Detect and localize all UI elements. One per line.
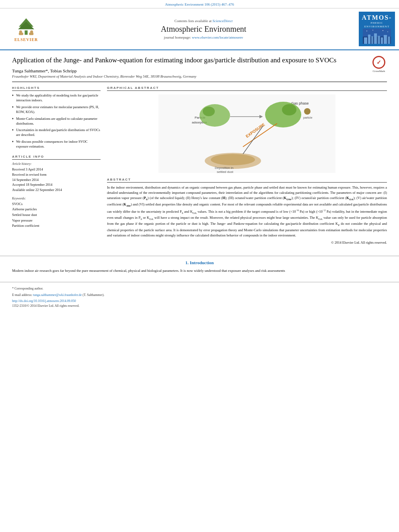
- abstract-label: ABSTRACT: [107, 178, 387, 183]
- footer: * Corresponding author. E-mail address: …: [0, 282, 399, 312]
- graphical-abstract: GRAPHICAL ABSTRACT Gas phase particle: [107, 86, 387, 174]
- svg-rect-13: [378, 36, 380, 44]
- svg-rect-10: [368, 35, 370, 44]
- crossmark-label: CrossMark: [372, 70, 385, 73]
- elsevier-logo: ELSEVIER: [4, 16, 48, 42]
- keywords-label: Keywords:: [12, 197, 101, 200]
- svg-point-19: [383, 30, 383, 31]
- keyword-3: Settled house dust: [12, 212, 101, 218]
- logo-title: ATMOS-: [362, 14, 392, 21]
- city-skyline-icon: [363, 29, 391, 44]
- article-history-label: Article history:: [12, 162, 101, 166]
- svg-point-17: [366, 31, 367, 31]
- keywords-section: Keywords: SVOCs Airborne particles Settl…: [12, 197, 101, 229]
- highlights-list: We study the applicability of modeling t…: [12, 93, 101, 149]
- email-note: E-mail address: tunga.salthammer@wki.fra…: [12, 293, 387, 298]
- svg-point-20: [387, 31, 388, 32]
- article-title: Application of the Junge- and Pankow-equ…: [12, 56, 367, 65]
- svg-text:Deposition in: Deposition in: [215, 166, 233, 170]
- highlight-item-3: Monte-Carlo simulations are applied to c…: [12, 117, 101, 126]
- keyword-4: Vapor pressure: [12, 218, 101, 224]
- revised-date: Received in revised form14 September 201…: [12, 172, 101, 183]
- article-history: Received 3 April 2014 Received in revise…: [12, 167, 101, 193]
- crossmark: ✓ CrossMark: [371, 56, 387, 73]
- article-title-section: Application of the Junge- and Pankow-equ…: [12, 56, 387, 82]
- homepage-line: journal homepage: www.elsevier.com/locat…: [52, 35, 355, 39]
- available-date: Available online 22 September 2014: [12, 187, 101, 193]
- abstract-section: ABSTRACT In the indoor environment, dist…: [107, 178, 387, 244]
- section-divider: [0, 256, 399, 256]
- introduction-section: 1. Introduction Modern indoor air resear…: [0, 260, 399, 274]
- sciencedirect-line: Contents lists available at ScienceDirec…: [52, 19, 355, 23]
- svg-rect-0: [25, 30, 27, 35]
- affiliation: Fraunhofer WKI, Department of Material A…: [12, 74, 367, 78]
- highlight-item-2: We provide error estimates for molecular…: [12, 105, 101, 115]
- right-column: GRAPHICAL ABSTRACT Gas phase particle: [107, 86, 387, 244]
- article-title-container: Application of the Junge- and Pankow-equ…: [12, 56, 367, 78]
- keyword-5: Partition coefficient: [12, 223, 101, 229]
- graphical-abstract-label: GRAPHICAL ABSTRACT: [107, 86, 387, 91]
- homepage-link[interactable]: www.elsevier.com/locate/atmosenv: [192, 35, 243, 39]
- svg-point-23: [265, 102, 301, 127]
- svg-rect-6: [29, 33, 33, 35]
- svg-point-31: [200, 104, 230, 127]
- svg-point-18: [372, 30, 373, 31]
- svg-text:particle: particle: [303, 116, 313, 119]
- svg-point-32: [203, 107, 215, 116]
- svg-point-36: [211, 154, 255, 165]
- sciencedirect-link[interactable]: ScienceDirect: [212, 19, 232, 23]
- svg-rect-12: [374, 33, 377, 44]
- email-link[interactable]: tunga.salthammer@wki.fraunhofer.de: [33, 293, 82, 297]
- journal-header: ELSEVIER Contents lists available at Sci…: [0, 8, 399, 50]
- svg-rect-11: [371, 36, 373, 44]
- main-content: Application of the Junge- and Pankow-equ…: [0, 50, 399, 250]
- copyright: © 2014 Elsevier Ltd. All rights reserved…: [107, 240, 387, 244]
- abstract-text: In the indoor environment, distribution …: [107, 185, 387, 238]
- citation-bar: Atmospheric Environment 106 (2015) 467–4…: [0, 0, 399, 8]
- svg-point-25: [304, 108, 311, 115]
- highlight-item-1: We study the applicability of modeling t…: [12, 93, 101, 103]
- highlight-item-4: Uncertainties in modeled gas/particle di…: [12, 128, 101, 138]
- issn-text: 1352-2310/© 2014 Elsevier Ltd. All right…: [12, 304, 387, 308]
- left-column: HIGHLIGHTS We study the applicability of…: [12, 86, 101, 244]
- doi-link[interactable]: http://dx.doi.org/10.1016/j.atmosenv.201…: [12, 299, 387, 303]
- article-info-section: ARTICLE INFO Article history: Received 3…: [12, 155, 101, 229]
- graphical-abstract-diagram: Gas phase particle EXPOSURE Particle ads…: [107, 93, 387, 174]
- introduction-title: 1. Introduction: [12, 260, 387, 265]
- article-info-label: ARTICLE INFO: [12, 155, 101, 160]
- crossmark-icon: ✓: [372, 56, 385, 69]
- received-date: Received 3 April 2014: [12, 167, 101, 172]
- keyword-1: SVOCs: [12, 201, 101, 207]
- two-column-layout: HIGHLIGHTS We study the applicability of…: [12, 86, 387, 244]
- svg-point-24: [282, 104, 296, 115]
- elsevier-tree-icon: [10, 16, 42, 37]
- introduction-text: Modern indoor air research goes far beyo…: [12, 268, 387, 274]
- svg-text:settled dust: settled dust: [217, 170, 234, 173]
- elsevier-label: ELSEVIER: [14, 37, 38, 42]
- svg-rect-5: [19, 33, 23, 35]
- highlights-label: HIGHLIGHTS: [12, 86, 101, 91]
- journal-right-logo: ATMOS- PHERICENVIRONMENT: [359, 12, 395, 46]
- citation-text: Atmospheric Environment 106 (2015) 467–4…: [165, 2, 234, 6]
- svg-rect-9: [364, 37, 367, 44]
- keyword-2: Airborne particles: [12, 207, 101, 212]
- authors: Tunga Salthammer*, Tobias Schripp: [12, 68, 367, 73]
- ga-svg: Gas phase particle EXPOSURE Particle ads…: [158, 94, 335, 173]
- journal-center-info: Contents lists available at ScienceDirec…: [48, 19, 359, 39]
- corresponding-note: * Corresponding author.: [12, 286, 387, 291]
- highlight-item-5: We discuss possible consequences for ind…: [12, 140, 101, 149]
- svg-rect-14: [381, 37, 383, 44]
- svg-rect-16: [388, 37, 390, 44]
- logo-subtitle: PHERICENVIRONMENT: [364, 21, 389, 29]
- accepted-date: Accepted 18 September 2014: [12, 182, 101, 187]
- svg-rect-15: [384, 35, 387, 44]
- keywords-list: SVOCs Airborne particles Settled house d…: [12, 201, 101, 229]
- journal-title: Atmospheric Environment: [52, 25, 355, 34]
